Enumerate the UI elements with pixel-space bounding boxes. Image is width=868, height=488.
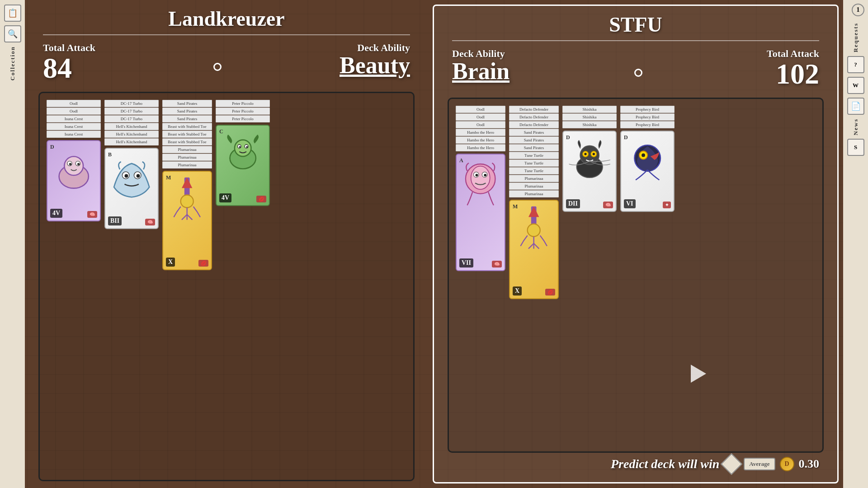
svg-point-5 [77,163,80,165]
svg-point-24 [484,174,487,176]
news-icon-1[interactable]: 📄 [847,98,864,115]
card-label: Defacto Defender [509,106,559,113]
left-card-area: Oodl Oodl Isuna Crest Isuna Crest Isuna … [38,92,415,481]
card-visual-2[interactable]: B BII 🧠 [104,148,159,229]
card-badge-value: X [513,286,522,296]
svg-point-4 [69,163,71,165]
badge-number: 1 [852,4,864,16]
card-label: Hambo the Hero [456,136,505,144]
svg-point-1 [64,156,83,175]
card-art-3 [165,175,208,228]
play-arrow-cursor [691,365,706,383]
svg-marker-11 [182,177,192,188]
card-badge-value: VII [459,258,473,267]
card-visual-r2[interactable]: M X 💋 [509,200,559,299]
card-label: DC-17 Turbo [104,115,159,122]
left-deck-ability-block: Deck Ability Beauty [340,42,410,77]
card-art-1 [50,144,97,197]
left-card-stack-2: DC-17 Turbo DC-17 Turbo DC-17 Turbo Hell… [104,100,159,229]
card-label: Oodl [47,100,101,107]
right-center-dot [634,69,642,77]
card-label: Oodl [47,108,101,115]
card-letter: B [108,151,112,158]
right-player-name: STFU [443,13,828,37]
news-label: News [852,118,859,136]
card-label: Prophecy Bird [620,106,675,113]
card-badge-value: X [166,258,175,267]
card-label: Beast with Stubbed Toe [162,123,212,130]
left-total-attack-value: 84 [43,54,95,83]
card-label: Hambo the Hero [456,144,505,151]
svg-marker-26 [528,206,539,216]
card-label: Sand Pirates [162,108,212,115]
right-card-stack-2: Defacto Defender Defacto Defender Defact… [509,106,559,299]
card-label: Defacto Defender [509,113,559,121]
card-label: Hell's Kitchenhand [104,131,159,138]
card-badge-value: 4V [219,193,231,202]
card-visual-4[interactable]: C 4V [216,125,270,206]
svg-point-36 [642,153,645,157]
svg-point-12 [181,195,193,207]
card-badge-value: DII [566,199,580,208]
card-label: Oodl [456,113,505,121]
left-deck-ability-value: Beauty [340,54,410,77]
svg-point-17 [239,146,241,148]
card-label: Defacto Defender [509,121,559,128]
card-label: Beast with Stubbed Toe [162,138,212,145]
card-badge-right: 🧠 [603,202,613,208]
svg-point-14 [235,140,251,156]
svg-point-27 [528,224,540,236]
predict-diamond-icon[interactable] [721,453,742,475]
collection-label: Collection [9,46,16,80]
card-label: Plumarinaa [509,190,559,197]
left-card-stack-1: Oodl Oodl Isuna Crest Isuna Crest Isuna … [47,100,101,221]
card-label: DC-17 Turbo [104,108,159,115]
svg-point-8 [124,174,128,178]
left-total-attack-block: Total Attack 84 [43,42,95,83]
news-icon-2[interactable]: S [847,139,864,156]
card-label: Isuna Crest [47,123,101,130]
right-divider [452,40,819,41]
card-label: Isuna Crest [47,115,101,122]
card-badge-right: 💋 [198,260,208,267]
card-badge-right: 💋 [256,196,266,202]
collection-icon-2[interactable]: 🔍 [4,25,21,42]
card-visual-r3[interactable]: D [562,131,617,212]
card-visual-r4[interactable]: D VI ✦ [620,131,675,212]
card-letter: M [166,174,171,181]
card-label: Sand Pirates [509,129,559,136]
right-card-stack-1: Oodl Oodl Oodl Hambo the Hero Hambo the … [456,106,505,271]
card-visual-3[interactable]: M X 💋 [162,171,212,270]
requests-icon-1[interactable]: ? [847,56,864,73]
left-card-stack-4: Peter Piccolo Peter Piccolo Peter Piccol… [216,100,270,206]
card-label: Shishika [562,121,617,128]
card-letter: A [459,157,463,164]
right-stats-row: Deck Ability Brain Total Attack 102 [443,48,828,89]
card-label: Peter Piccolo [216,108,270,115]
left-card-stack-3: Sand Pirates Sand Pirates Sand Pirates B… [162,100,212,270]
card-art-2 [108,152,155,205]
collection-icon-1[interactable]: 📋 [4,5,21,22]
card-art-r3 [566,135,613,188]
card-label: Hell's Kitchenhand [104,123,159,130]
left-center-dot [213,63,222,71]
card-visual-1[interactable]: D 4V 🧠 [47,140,101,221]
card-label: Plumarinaa [162,146,212,153]
right-deck-ability-value: Brain [452,60,509,83]
card-badge-right: 🧠 [492,261,502,267]
card-label: Tune Turtle [509,152,559,159]
card-label: Shishika [562,113,617,121]
predict-avg-box: Average [744,458,775,470]
card-label: Tune Turtle [509,167,559,174]
card-label: Plumarinaa [509,183,559,190]
requests-icon-2[interactable]: W [847,77,864,94]
card-label: Sand Pirates [162,115,212,122]
card-art-r4 [624,135,671,188]
card-art-4 [219,129,266,182]
svg-point-20 [471,166,490,189]
card-visual-r1[interactable]: A [456,154,505,271]
card-label: Oodl [456,106,505,113]
right-card-area: Oodl Oodl Oodl Hambo the Hero Hambo the … [448,98,824,453]
card-art-r2 [512,204,555,257]
card-badge-value: BII [108,216,122,225]
